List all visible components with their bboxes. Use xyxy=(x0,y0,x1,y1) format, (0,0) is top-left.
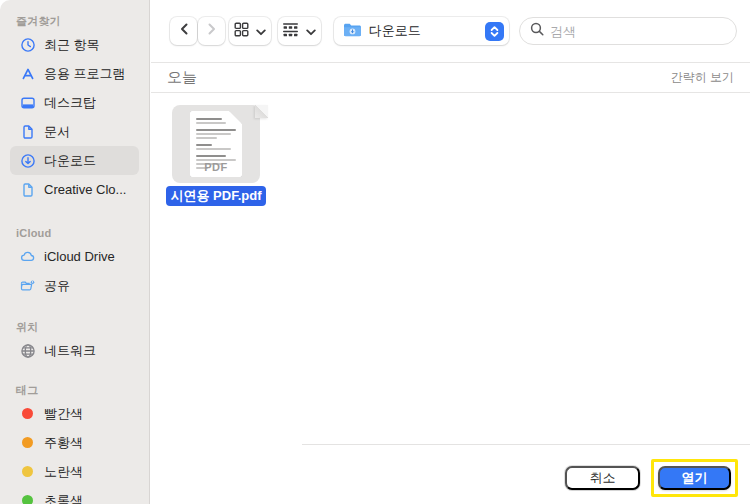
sidebar-item-icloud-drive[interactable]: iCloud Drive xyxy=(0,242,139,271)
sidebar-item-label: 네트워크 xyxy=(44,342,96,360)
pdf-badge-label: PDF xyxy=(190,161,242,173)
sidebar-item-tag-red[interactable]: 빨간색 xyxy=(0,399,139,428)
sidebar-item-shared[interactable]: 공유 xyxy=(0,271,139,300)
group-view-icon xyxy=(282,22,299,41)
file-browser-area: PDF 시연용 PDF.pdf xyxy=(151,93,750,442)
desktop-icon xyxy=(20,95,36,111)
sidebar-item-label: 응용 프로그램 xyxy=(44,65,126,83)
sidebar-section-locations: 위치 xyxy=(0,318,149,336)
cloud-icon xyxy=(20,249,36,265)
tag-dot-yellow xyxy=(22,466,33,477)
toolbar: 다운로드 xyxy=(151,0,750,62)
sidebar-item-label: Creative Clo... xyxy=(44,182,126,197)
sidebar-item-label: 초록색 xyxy=(44,492,83,504)
download-icon xyxy=(20,153,36,169)
sidebar-item-label: 공유 xyxy=(44,277,70,295)
file-name-label: 시연용 PDF.pdf xyxy=(166,186,266,206)
clock-icon xyxy=(20,37,36,53)
document-icon xyxy=(20,124,36,140)
search-input[interactable] xyxy=(550,24,726,39)
sidebar-item-creative-cloud[interactable]: Creative Clo... xyxy=(0,175,139,204)
file-icon-selection: PDF xyxy=(172,105,260,183)
sidebar-item-tag-orange[interactable]: 주황색 xyxy=(0,428,139,457)
sidebar-section-favorites: 즐겨찾기 xyxy=(0,12,149,30)
sidebar-item-label: 문서 xyxy=(44,123,70,141)
collapse-link[interactable]: 간략히 보기 xyxy=(671,69,734,86)
folder-dropdown[interactable]: 다운로드 xyxy=(334,17,509,45)
dialog-footer: 취소 열기 xyxy=(302,444,750,504)
tag-dot-orange xyxy=(22,437,33,448)
section-title: 오늘 xyxy=(167,68,197,87)
sidebar-item-documents[interactable]: 문서 xyxy=(0,117,139,146)
back-button[interactable] xyxy=(170,17,197,45)
chevron-left-icon xyxy=(178,22,190,40)
main-panel: 다운로드 오늘 간략히 보기 xyxy=(151,0,750,504)
downloads-folder-icon xyxy=(343,22,362,41)
sidebar-item-tag-green[interactable]: 초록색 xyxy=(0,486,139,504)
sidebar-item-label: 주황색 xyxy=(44,434,83,452)
sidebar-item-downloads[interactable]: 다운로드 xyxy=(10,146,139,175)
sidebar-item-label: iCloud Drive xyxy=(44,249,115,264)
sidebar-item-desktop[interactable]: 데스크탑 xyxy=(0,88,139,117)
sidebar-section-tags: 태그 xyxy=(0,381,149,399)
sidebar-item-recents[interactable]: 최근 항목 xyxy=(0,30,139,59)
search-field[interactable] xyxy=(519,17,737,45)
chevron-down-icon xyxy=(256,22,266,40)
sidebar: 즐겨찾기 최근 항목 응용 프로그램 데스크탑 문서 xyxy=(0,0,150,504)
file-tile-pdf[interactable]: PDF 시연용 PDF.pdf xyxy=(166,105,268,206)
open-button[interactable]: 열기 xyxy=(658,466,731,490)
icon-view-button[interactable] xyxy=(229,17,271,45)
sidebar-item-tag-yellow[interactable]: 노란색 xyxy=(0,457,139,486)
globe-icon xyxy=(20,343,36,359)
nav-buttons xyxy=(170,17,225,45)
shared-folder-icon xyxy=(20,278,36,294)
section-bar: 오늘 간략히 보기 xyxy=(151,62,750,93)
open-file-dialog: 즐겨찾기 최근 항목 응용 프로그램 데스크탑 문서 xyxy=(0,0,750,504)
sidebar-item-label: 최근 항목 xyxy=(44,36,100,54)
sidebar-item-label: 데스크탑 xyxy=(44,94,96,112)
tag-dot-green xyxy=(22,495,33,504)
tag-dot-red xyxy=(22,408,33,419)
chevron-right-icon xyxy=(206,22,218,40)
pdf-file-icon: PDF xyxy=(190,111,242,177)
dropdown-stepper-icon[interactable] xyxy=(485,22,504,41)
sidebar-item-label: 빨간색 xyxy=(44,405,83,423)
grid-view-icon xyxy=(234,22,249,41)
open-button-highlight: 열기 xyxy=(651,459,738,497)
cloud-document-icon xyxy=(20,182,36,198)
sidebar-item-label: 다운로드 xyxy=(44,152,96,170)
appstore-icon xyxy=(20,66,36,82)
group-view-button[interactable] xyxy=(278,17,321,45)
sidebar-item-network[interactable]: 네트워크 xyxy=(0,336,139,365)
sidebar-item-label: 노란색 xyxy=(44,463,83,481)
folder-dropdown-label: 다운로드 xyxy=(369,22,478,40)
sidebar-section-icloud: iCloud xyxy=(0,224,149,242)
search-icon xyxy=(530,22,544,40)
forward-button[interactable] xyxy=(198,17,225,45)
sidebar-item-applications[interactable]: 응용 프로그램 xyxy=(0,59,139,88)
chevron-down-icon xyxy=(306,22,316,40)
cancel-button[interactable]: 취소 xyxy=(565,466,640,490)
page-fold-corner xyxy=(255,105,268,118)
